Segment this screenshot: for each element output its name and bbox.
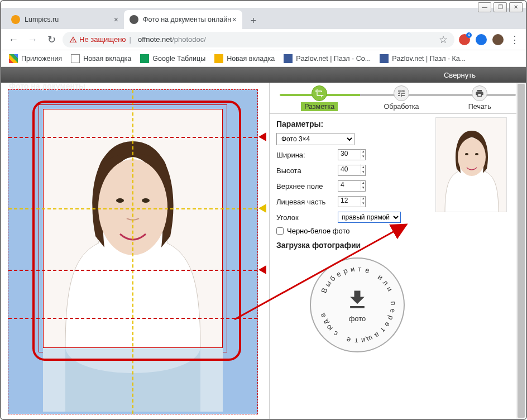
extension-icon[interactable]: 4 (458, 33, 471, 46)
upload-dropzone[interactable]: фото Выберите или перетащите сюда (310, 257, 405, 352)
favicon-icon (130, 15, 138, 24)
preset-select[interactable]: Фото 3×4 (276, 133, 354, 145)
printer-icon (472, 85, 487, 101)
address-bar: ← → ↻ Не защищено | offnote.net/photodoc… (1, 29, 526, 50)
url-text: offnote.net/photodoc/ (138, 35, 206, 44)
bookmark-item[interactable]: Новая вкладка (211, 52, 278, 65)
step-tabs: Разметка Обработка Печать (270, 83, 526, 114)
guide-bottom[interactable] (8, 318, 257, 319)
apps-icon (9, 54, 18, 63)
forward-button[interactable]: → (25, 32, 40, 47)
star-icon[interactable]: ☆ (439, 34, 448, 46)
sliders-icon (394, 85, 409, 101)
bw-label: Черно-белое фото (287, 227, 349, 235)
bookmarks-bar: Приложения Новая вкладка Google Таблицы … (1, 50, 526, 67)
puzzle-icon (284, 54, 293, 63)
step-markup[interactable]: Разметка (301, 85, 338, 111)
collapse-link[interactable]: Свернуть (444, 71, 476, 79)
marker-eyes[interactable] (258, 204, 266, 213)
corner-select[interactable]: правый прямой (338, 212, 401, 223)
avatar-icon[interactable] (491, 33, 505, 46)
top-margin-input[interactable]: 4 (338, 180, 366, 192)
bookmark-item[interactable]: Pazlov.net | Пазл - Со... (280, 52, 374, 65)
upload-heading: Загрузка фотографии (276, 241, 519, 250)
minimize-button[interactable]: — (478, 2, 491, 12)
close-window-button[interactable]: ✕ (509, 2, 523, 12)
tab-title: Lumpics.ru (25, 16, 59, 23)
favicon-icon (11, 15, 20, 24)
svg-point-7 (465, 153, 468, 155)
tab-close-icon[interactable]: × (114, 15, 118, 24)
width-input[interactable]: 30 (338, 149, 366, 160)
guide-eyes[interactable] (8, 208, 257, 209)
upload-circular-text: Выберите или перетащите сюда (311, 259, 404, 351)
menu-button[interactable]: ⋮ (508, 33, 521, 46)
bookmark-item[interactable]: Pazlov.net | Пазл - Ка... (376, 52, 469, 65)
bookmark-apps[interactable]: Приложения (6, 52, 65, 65)
face-label: Лицевая часть (276, 198, 333, 206)
tab-close-icon[interactable]: × (232, 15, 237, 24)
svg-point-6 (458, 138, 486, 176)
omnibox[interactable]: Не защищено | offnote.net/photodoc/ ☆ (63, 32, 454, 47)
warning-icon (69, 36, 77, 44)
face-input[interactable]: 12 (338, 196, 366, 207)
settings-panel: Разметка Обработка Печать Параметры: Фот… (269, 83, 526, 419)
photo-preview (435, 117, 507, 212)
bookmark-item[interactable]: Google Таблицы (137, 52, 209, 65)
guide-top[interactable] (8, 137, 257, 138)
tab-strip: Lumpics.ru × Фото на документы онлайн × … (1, 8, 526, 29)
top-margin-label: Верхнее поле (276, 182, 333, 190)
guide-chin[interactable] (8, 270, 257, 271)
tab-title: Фото на документы онлайн (143, 16, 231, 23)
height-input[interactable]: 40 (338, 165, 366, 176)
app-top-bar: Свернуть (1, 67, 526, 83)
tab-lumpics[interactable]: Lumpics.ru × (6, 10, 124, 29)
marker-top[interactable] (258, 132, 266, 141)
height-label: Высота (276, 166, 333, 175)
bookmark-item[interactable]: Новая вкладка (68, 52, 135, 65)
svg-point-8 (475, 153, 478, 155)
new-tab-button[interactable]: + (246, 13, 261, 29)
page-icon (71, 54, 80, 63)
step-print[interactable]: Печать (465, 85, 495, 111)
guide-vertical-center[interactable] (132, 90, 133, 414)
photo-editor-panel: Фото на документы (1, 83, 269, 419)
reload-button[interactable]: ↻ (44, 32, 59, 47)
marker-chin[interactable] (258, 265, 266, 274)
crop-icon (312, 85, 327, 101)
extension-icon[interactable] (475, 33, 488, 46)
tab-photodoc[interactable]: Фото на документы онлайн × (124, 10, 242, 29)
maximize-button[interactable]: ❐ (494, 2, 507, 12)
page-icon (214, 54, 223, 63)
sheets-icon (140, 54, 149, 63)
page-content: Свернуть Фото на документы (1, 67, 526, 419)
puzzle-icon (380, 54, 389, 63)
back-button[interactable]: ← (6, 32, 21, 47)
photo-frame[interactable] (8, 89, 258, 414)
step-processing[interactable]: Обработка (381, 85, 423, 111)
width-label: Ширина: (276, 151, 333, 159)
panel-title: Фото на документы (9, 82, 85, 90)
corner-label: Уголок (276, 213, 333, 222)
upload-section: Загрузка фотографии фото Выберите или пе… (276, 241, 519, 352)
page-scrollbar[interactable] (516, 83, 526, 419)
insecure-badge: Не защищено (69, 35, 126, 44)
bw-checkbox[interactable] (276, 227, 284, 235)
